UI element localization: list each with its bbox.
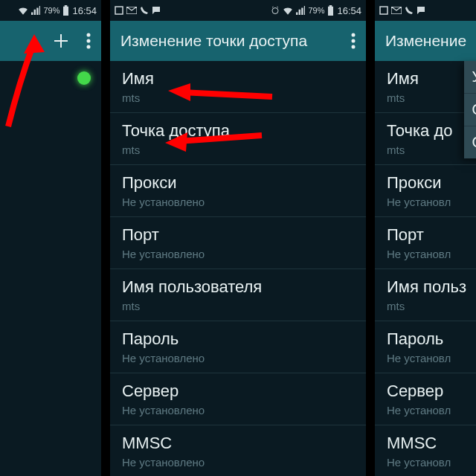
svg-point-7 — [352, 39, 356, 43]
add-icon[interactable] — [52, 32, 70, 50]
field-value: mts — [122, 143, 354, 158]
field-value: mts — [122, 91, 354, 106]
apn-field-row[interactable]: ПарольНе установл — [375, 321, 476, 373]
action-bar — [0, 21, 101, 61]
battery-icon — [62, 5, 69, 16]
chat-icon — [416, 6, 425, 15]
status-bar — [375, 0, 476, 21]
screenshot-icon — [115, 6, 123, 15]
signal-icon — [31, 6, 40, 15]
apn-field-row[interactable]: MMSCНе установл — [375, 425, 476, 476]
popup-menu-item[interactable]: О — [464, 94, 476, 126]
apn-edit-list: ИмяmtsТочка доступаmtsПроксиНе установле… — [110, 61, 366, 476]
phone-screenshot-1: 79% 16:54 — [0, 0, 101, 476]
phone-icon — [405, 6, 414, 15]
apn-field-row[interactable]: Имяmts — [375, 61, 476, 112]
field-value: Не установлено — [122, 351, 354, 366]
field-title: Имя польз — [387, 277, 476, 298]
field-value: Не установл — [387, 247, 476, 262]
svg-point-8 — [352, 45, 356, 49]
field-value: Не установл — [387, 403, 476, 418]
field-value: Не установлено — [122, 247, 354, 262]
field-value: Не установл — [387, 195, 476, 210]
battery-pct: 79% — [43, 6, 60, 15]
apn-field-row[interactable]: ПортНе установлено — [110, 217, 366, 268]
apn-field-row[interactable]: Имя пользователяmts — [110, 269, 366, 321]
signal-icon — [296, 6, 305, 15]
field-title: Прокси — [122, 173, 354, 193]
field-title: Порт — [122, 225, 354, 245]
field-title: Сервер — [122, 381, 354, 402]
action-bar: Изменение — [375, 21, 476, 61]
apn-field-row[interactable]: СерверНе установл — [375, 373, 476, 425]
page-title: Изменение точки доступа — [120, 32, 307, 50]
alarm-icon — [271, 6, 280, 15]
overflow-popup-menu: УОС — [464, 61, 476, 158]
svg-point-6 — [352, 33, 356, 37]
field-value: Не установлено — [122, 195, 354, 210]
field-title: MMSC — [122, 433, 354, 454]
field-title: Имя пользователя — [122, 277, 354, 298]
apn-field-row[interactable]: ПроксиНе установл — [375, 165, 476, 216]
battery-pct: 79% — [308, 6, 324, 15]
field-title: Прокси — [387, 173, 476, 193]
apn-selected-radio[interactable] — [77, 71, 91, 85]
status-bar: 79% 16:54 — [0, 0, 101, 21]
svg-rect-11 — [380, 7, 387, 14]
field-value: mts — [122, 299, 354, 314]
popup-menu-item[interactable]: У — [464, 61, 476, 94]
apn-field-row[interactable]: СерверНе установлено — [110, 373, 366, 425]
screenshot-icon — [379, 6, 388, 15]
wifi-icon — [18, 6, 28, 15]
phone-screenshot-3: Изменение УОС ИмяmtsТочка доmtsПроксиНе … — [375, 0, 476, 476]
action-bar: Изменение точки доступа — [110, 21, 366, 61]
apn-field-row[interactable]: Имя пользmts — [375, 269, 476, 321]
field-title: Имя — [122, 68, 354, 89]
battery-icon — [327, 5, 334, 16]
clock-time: 16:54 — [337, 5, 361, 16]
field-value: Не установл — [387, 351, 476, 366]
field-title: MMSC — [387, 433, 476, 454]
phone-icon — [140, 6, 149, 15]
field-value: Не установлено — [122, 403, 354, 418]
field-value: Не установлено — [122, 455, 354, 470]
status-bar: 79% 16:54 — [110, 0, 366, 21]
field-title: Имя — [387, 68, 476, 89]
field-title: Пароль — [387, 329, 476, 350]
field-value: Не установл — [387, 455, 476, 470]
page-title: Изменение — [385, 32, 466, 50]
apn-field-row[interactable]: Точка доmts — [375, 113, 476, 164]
mail-icon — [391, 7, 402, 14]
popup-menu-item[interactable]: С — [464, 126, 476, 158]
svg-point-1 — [87, 39, 91, 43]
field-title: Пароль — [122, 329, 354, 350]
apn-field-row[interactable]: MMSCНе установлено — [110, 425, 366, 476]
svg-rect-4 — [115, 7, 123, 14]
apn-field-row[interactable]: Точка доступаmts — [110, 113, 366, 164]
apn-list-content — [0, 61, 101, 476]
mail-icon — [126, 7, 137, 14]
field-value: mts — [387, 299, 476, 314]
apn-field-row[interactable]: ПарольНе установлено — [110, 321, 366, 373]
apn-field-row[interactable]: ПроксиНе установлено — [110, 165, 366, 216]
field-title: Сервер — [387, 381, 476, 402]
chat-icon — [152, 6, 161, 15]
svg-point-0 — [87, 33, 91, 37]
apn-edit-list: ИмяmtsТочка доmtsПроксиНе установлПортНе… — [375, 61, 476, 476]
field-title: Точка до — [387, 120, 476, 141]
phone-screenshot-2: 79% 16:54 Изменение точки доступа Имяmts… — [110, 0, 366, 476]
field-title: Точка доступа — [122, 120, 354, 141]
overflow-menu-icon[interactable] — [86, 33, 91, 49]
apn-field-row[interactable]: ПортНе установл — [375, 217, 476, 268]
field-title: Порт — [387, 225, 476, 245]
svg-point-5 — [272, 8, 278, 14]
clock-time: 16:54 — [72, 5, 97, 16]
field-value: mts — [387, 91, 476, 106]
wifi-icon — [283, 6, 293, 15]
overflow-menu-icon[interactable] — [351, 33, 356, 49]
svg-point-2 — [87, 45, 91, 49]
field-value: mts — [387, 143, 476, 158]
apn-field-row[interactable]: Имяmts — [110, 61, 366, 112]
